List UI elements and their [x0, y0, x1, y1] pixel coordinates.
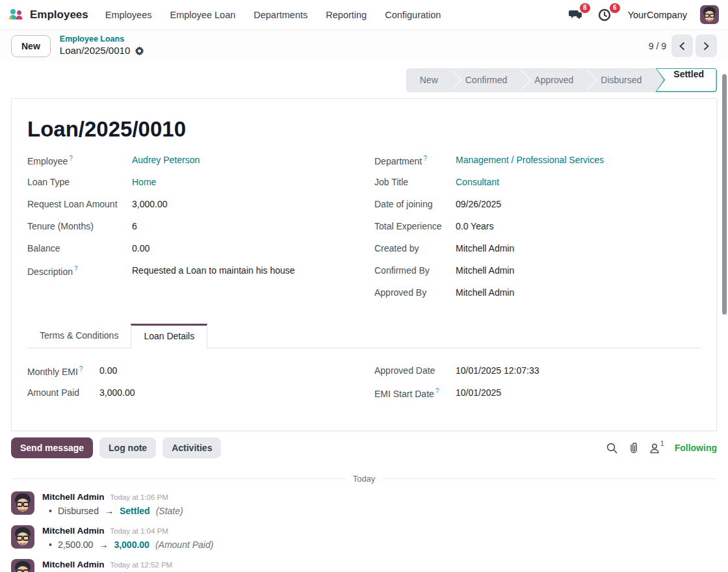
- chevron-right-icon: [703, 42, 710, 51]
- field-request-loan-amount: Request Loan Amount 3,000.00: [27, 199, 354, 213]
- message-author[interactable]: Mitchell Admin: [42, 560, 105, 569]
- field-total-experience: Total Experience 0.0 Years: [374, 221, 701, 235]
- top-navbar: Employees Employees Employee Loan Depart…: [0, 0, 728, 30]
- company-switcher[interactable]: YourCompany: [628, 10, 687, 20]
- help-icon[interactable]: ?: [74, 265, 78, 272]
- form-status-row: New Confirmed Approved Disbursed Settled: [0, 62, 728, 98]
- field-tenure: Tenure (Months) 6: [27, 221, 354, 235]
- breadcrumb: Employee Loans Loan/2025/0010: [60, 34, 144, 57]
- follower-count: 1: [660, 440, 664, 447]
- help-icon[interactable]: ?: [423, 155, 427, 162]
- field-emi-start-date: EMI Start Date? 10/01/2025: [374, 387, 701, 401]
- messages-menu[interactable]: 8: [568, 8, 585, 22]
- pager-previous-button[interactable]: [671, 34, 693, 57]
- status-confirmed[interactable]: Confirmed: [452, 68, 521, 92]
- field-approved-by: Approved By Mitchell Admin: [374, 287, 701, 301]
- help-icon[interactable]: ?: [69, 155, 73, 162]
- field-emi-start-date-value[interactable]: 10/01/2025: [456, 387, 501, 401]
- menu-reporting[interactable]: Reporting: [326, 10, 367, 20]
- menu-employee-loan[interactable]: Employee Loan: [170, 10, 236, 20]
- arrow-right-icon: [105, 506, 114, 516]
- tab-fields-right: Approved Date 10/01/2025 12:07:33 EMI St…: [374, 365, 701, 410]
- field-job-title: Job Title Consultant: [374, 177, 701, 190]
- tracking-value: Disbursed Settled (State): [42, 506, 183, 516]
- form-sheet: Loan/2025/0010 Employee? Audrey Peterson…: [11, 98, 717, 431]
- messages-badge: 8: [580, 3, 590, 13]
- field-job-title-value[interactable]: Consultant: [456, 177, 499, 190]
- field-created-by-value[interactable]: Mitchell Admin: [456, 243, 514, 257]
- field-amount-paid: Amount Paid 3,000.00: [27, 387, 354, 401]
- field-amount-paid-value[interactable]: 3,000.00: [99, 387, 135, 401]
- field-created-by: Created by Mitchell Admin: [374, 243, 701, 257]
- field-employee-value[interactable]: Audrey Peterson: [132, 155, 200, 168]
- field-confirmed-by-value[interactable]: Mitchell Admin: [456, 265, 514, 279]
- app-name: Employees: [30, 8, 88, 21]
- control-panel: New Employee Loans Loan/2025/0010 9 / 9: [0, 30, 728, 62]
- message-3: Mitchell Admin Today at 12:52 PM 2,000.0…: [11, 559, 717, 572]
- status-settled-active[interactable]: Settled: [655, 68, 717, 92]
- menu-employees[interactable]: Employees: [105, 10, 152, 20]
- field-monthly-emi: Monthly EMI? 0.00: [27, 365, 354, 379]
- field-confirmed-by: Confirmed By Mitchell Admin: [374, 265, 701, 279]
- message-author[interactable]: Mitchell Admin: [42, 492, 105, 502]
- status-disbursed[interactable]: Disbursed: [587, 68, 655, 92]
- field-employee: Employee? Audrey Peterson: [27, 155, 354, 168]
- field-approved-date: Approved Date 10/01/2025 12:07:33: [374, 365, 701, 379]
- bullet-icon: [49, 506, 52, 516]
- search-messages-icon[interactable]: [606, 443, 618, 454]
- message-2: Mitchell Admin Today at 1:04 PM 2,500.00…: [11, 525, 717, 550]
- app-switcher[interactable]: Employees: [8, 8, 88, 22]
- tab-loan-details[interactable]: Loan Details: [131, 324, 207, 348]
- action-menu-gear-icon[interactable]: [135, 46, 144, 56]
- message-author[interactable]: Mitchell Admin: [42, 526, 105, 536]
- message-author-avatar[interactable]: [11, 491, 34, 515]
- new-button[interactable]: New: [11, 35, 51, 57]
- arrow-right-icon: [99, 540, 108, 550]
- menu-departments[interactable]: Departments: [254, 10, 307, 20]
- pager-next-button[interactable]: [696, 34, 717, 57]
- field-description-value[interactable]: Requested a Loan to maintain his house: [132, 265, 295, 279]
- field-loan-type-value[interactable]: Home: [132, 177, 156, 190]
- field-department-value[interactable]: Management / Professional Services: [456, 155, 604, 168]
- log-note-button[interactable]: Log note: [99, 437, 156, 458]
- date-divider: Today: [11, 474, 717, 484]
- help-icon[interactable]: ?: [436, 387, 439, 395]
- record-title: Loan/2025/0010: [27, 117, 701, 142]
- menu-configuration[interactable]: Configuration: [385, 10, 441, 20]
- field-description: Description? Requested a Loan to maintai…: [27, 265, 354, 279]
- field-approved-date-value[interactable]: 10/01/2025 12:07:33: [456, 365, 539, 379]
- pager-count: 9 / 9: [649, 41, 666, 51]
- field-approved-by-value[interactable]: Mitchell Admin: [456, 287, 514, 301]
- followers-icon[interactable]: 1: [649, 443, 664, 454]
- following-toggle[interactable]: Following: [675, 443, 717, 453]
- field-loan-type: Loan Type Home: [27, 177, 354, 190]
- field-balance-value[interactable]: 0.00: [132, 243, 150, 257]
- record-pager: 9 / 9: [649, 34, 717, 57]
- status-approved[interactable]: Approved: [521, 68, 587, 92]
- message-author-avatar[interactable]: [11, 525, 34, 549]
- field-monthly-emi-value[interactable]: 0.00: [99, 365, 117, 379]
- help-icon[interactable]: ?: [79, 365, 83, 372]
- field-date-of-joining-value[interactable]: 09/26/2025: [456, 199, 501, 213]
- user-avatar[interactable]: [700, 5, 719, 24]
- tab-fields-left: Monthly EMI? 0.00 Amount Paid 3,000.00: [27, 365, 354, 410]
- field-tenure-value[interactable]: 6: [132, 221, 137, 235]
- fields-left-column: Employee? Audrey Peterson Loan Type Home…: [27, 155, 354, 287]
- scrollbar-track[interactable]: [722, 65, 727, 572]
- breadcrumb-parent-link[interactable]: Employee Loans: [60, 34, 144, 45]
- activities-button[interactable]: Activities: [162, 437, 221, 458]
- status-new[interactable]: New: [406, 68, 452, 92]
- message-author-avatar[interactable]: [11, 559, 34, 572]
- field-request-loan-amount-value[interactable]: 3,000.00: [132, 199, 168, 213]
- tab-terms-conditions[interactable]: Terms & Conditions: [27, 324, 131, 348]
- scrollbar-thumb[interactable]: [722, 74, 727, 315]
- breadcrumb-current: Loan/2025/0010: [60, 45, 130, 57]
- notebook: Terms & Conditions Loan Details Monthly …: [27, 324, 701, 421]
- field-date-of-joining: Date of joining 09/26/2025: [374, 199, 701, 213]
- attach-files-icon[interactable]: [628, 442, 639, 454]
- field-total-experience-value[interactable]: 0.0 Years: [456, 221, 493, 235]
- field-balance: Balance 0.00: [27, 243, 354, 257]
- tab-content-loan-details: Monthly EMI? 0.00 Amount Paid 3,000.00 A…: [27, 348, 701, 421]
- activities-menu[interactable]: 6: [598, 8, 615, 22]
- send-message-button[interactable]: Send message: [11, 437, 93, 458]
